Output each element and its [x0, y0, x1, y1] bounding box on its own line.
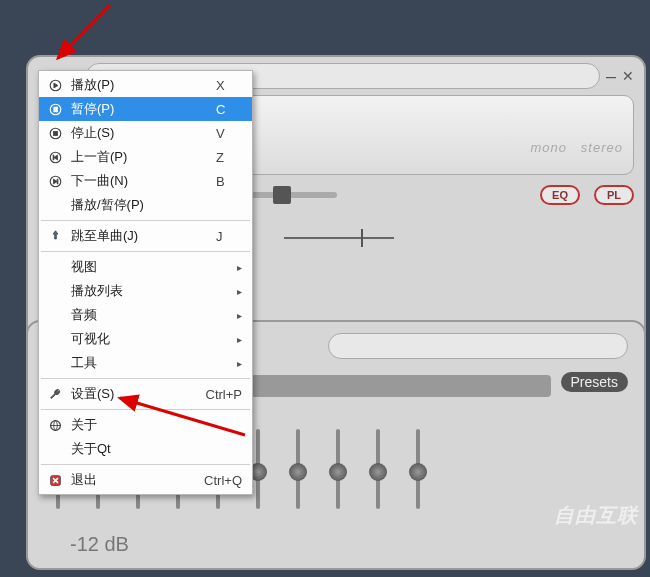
menu-item-label: 播放/暂停(P)	[65, 196, 198, 214]
submenu-arrow-icon: ▸	[237, 310, 242, 321]
stop-icon	[45, 127, 65, 140]
menu-item[interactable]: 上一首(P)Z	[39, 145, 252, 169]
pause-icon	[45, 103, 65, 116]
menu-item-shortcut: X	[198, 78, 242, 93]
wrench-icon	[45, 388, 65, 401]
eq-band-10[interactable]	[410, 429, 426, 529]
submenu-arrow-icon: ▸	[237, 286, 242, 297]
menu-item-shortcut: Ctrl+Q	[186, 473, 242, 488]
menu-item-label: 设置(S)	[65, 385, 188, 403]
close-button[interactable]: ✕	[622, 68, 634, 84]
context-menu: 播放(P)X暂停(P)C停止(S)V上一首(P)Z下一曲(N)B播放/暂停(P)…	[38, 70, 253, 495]
eq-db-label: -12 dB	[70, 533, 628, 556]
menu-item-label: 下一曲(N)	[65, 172, 198, 190]
stereo-label: stereo	[581, 140, 623, 155]
eq-button[interactable]: EQ	[540, 185, 580, 205]
menu-item[interactable]: 播放(P)X	[39, 73, 252, 97]
menu-item[interactable]: 停止(S)V	[39, 121, 252, 145]
menu-item-label: 跳至单曲(J)	[65, 227, 198, 245]
submenu-arrow-icon: ▸	[237, 262, 242, 273]
submenu-arrow-icon: ▸	[237, 358, 242, 369]
exit-icon	[45, 474, 65, 487]
submenu-arrow-icon: ▸	[237, 334, 242, 345]
menu-item[interactable]: 跳至单曲(J)J	[39, 224, 252, 248]
eq-band-9[interactable]	[370, 429, 386, 529]
menu-separator	[41, 409, 250, 410]
menu-item-label: 工具	[65, 354, 237, 372]
menu-item-label: 播放(P)	[65, 76, 198, 94]
menu-item[interactable]: 视图▸	[39, 255, 252, 279]
menu-item-label: 退出	[65, 471, 186, 489]
menu-item-shortcut: V	[198, 126, 242, 141]
seek-slider-b[interactable]	[284, 237, 394, 239]
menu-item-shortcut: Z	[198, 150, 242, 165]
menu-item[interactable]: 暂停(P)C	[39, 97, 252, 121]
pl-button[interactable]: PL	[594, 185, 634, 205]
prev-icon	[45, 151, 65, 164]
menu-item[interactable]: 播放/暂停(P)	[39, 193, 252, 217]
menu-item-label: 视图	[65, 258, 237, 276]
menu-separator	[41, 220, 250, 221]
menu-item-label: 音频	[65, 306, 237, 324]
menu-item-label: 可视化	[65, 330, 237, 348]
menu-item-shortcut: J	[198, 229, 242, 244]
eq-band-7[interactable]	[290, 429, 306, 529]
menu-item-label: 播放列表	[65, 282, 237, 300]
menu-item[interactable]: 设置(S)Ctrl+P	[39, 382, 252, 406]
presets-button[interactable]: Presets	[561, 372, 628, 392]
next-icon	[45, 175, 65, 188]
menu-item-shortcut: C	[198, 102, 242, 117]
menu-item[interactable]: 可视化▸	[39, 327, 252, 351]
menu-item[interactable]: 关于Qt	[39, 437, 252, 461]
menu-item[interactable]: 播放列表▸	[39, 279, 252, 303]
menu-item-label: 停止(S)	[65, 124, 198, 142]
menu-item[interactable]: 工具▸	[39, 351, 252, 375]
eq-band-8[interactable]	[330, 429, 346, 529]
menu-item[interactable]: 下一曲(N)B	[39, 169, 252, 193]
menu-separator	[41, 464, 250, 465]
eq-title-decor	[328, 333, 628, 359]
menu-item-label: 上一首(P)	[65, 148, 198, 166]
globe-icon	[45, 419, 65, 432]
menu-item-label: 关于	[65, 416, 198, 434]
menu-item[interactable]: 关于	[39, 413, 252, 437]
menu-separator	[41, 378, 250, 379]
svg-line-8	[58, 5, 110, 58]
play-icon	[45, 79, 65, 92]
minimize-button[interactable]: –	[606, 66, 616, 87]
menu-item[interactable]: 退出Ctrl+Q	[39, 468, 252, 492]
menu-separator	[41, 251, 250, 252]
menu-item-shortcut: B	[198, 174, 242, 189]
menu-item-label: 暂停(P)	[65, 100, 198, 118]
menu-item-label: 关于Qt	[65, 440, 198, 458]
menu-item-shortcut: Ctrl+P	[188, 387, 242, 402]
menu-item[interactable]: 音频▸	[39, 303, 252, 327]
mono-label: mono	[530, 140, 567, 155]
jump-icon	[45, 230, 65, 243]
svg-rect-3	[53, 131, 57, 135]
